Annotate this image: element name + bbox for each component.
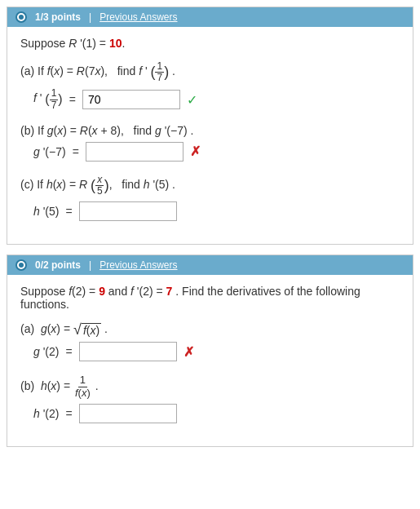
suppose-text-2: Suppose f(2) = 9 and f '(2) = 7 . Find t… [20, 285, 400, 311]
part-2a-label: (a) g(x) = √f(x) . [20, 322, 400, 337]
header-icon-2 [15, 259, 27, 271]
part-1c-answer-row: h '(5) = [33, 201, 400, 221]
eq-sign-1c: = [65, 205, 72, 218]
problem-2-body: Suppose f(2) = 9 and f '(2) = 7 . Find t… [7, 275, 413, 446]
part-1c: (c) If h(x) = R (x5), find h '(5) . h '(… [20, 175, 400, 221]
answer-input-2b[interactable] [79, 404, 177, 423]
problem-1-header: 1/3 points | Previous Answers [7, 7, 413, 27]
divider-1: | [89, 11, 91, 23]
part-1b-answer-row: g '(−7) = ✗ [33, 142, 400, 162]
part-1b-answer-label: g '(−7) [33, 145, 66, 158]
frac-1-7-label: 17 [50, 88, 59, 110]
cross-icon-1b: ✗ [190, 144, 201, 159]
prev-answers-link-1[interactable]: Previous Answers [99, 11, 177, 23]
part-2b: (b) h(x) = 1 f(x) . h '(2) = [20, 374, 400, 423]
part-1b-label: (b) If g(x) = R(x + 8), find g '(−7) . [20, 124, 400, 137]
eq-sign-1a: = [69, 93, 76, 106]
prev-answers-link-2[interactable]: Previous Answers [99, 259, 177, 271]
part-1a-answer-label: f ' (17) [33, 88, 63, 110]
problem-2-points: 0/2 points [35, 259, 81, 271]
eq-sign-1b: = [73, 145, 79, 158]
eq-sign-2b: = [65, 407, 72, 420]
problem-2-header: 0/2 points | Previous Answers [7, 255, 413, 275]
problem-2-block: 0/2 points | Previous Answers Suppose f(… [7, 254, 413, 447]
problem-1-body: Suppose R '(1) = 10. (a) If f(x) = R(7x)… [7, 27, 413, 244]
frac-x-5: x5 [95, 175, 104, 197]
part-1c-answer-label: h '(5) [33, 205, 59, 218]
problem-1-block: 1/3 points | Previous Answers Suppose R … [7, 7, 413, 245]
check-icon-1a: ✓ [187, 92, 197, 108]
part-2b-answer-label: h '(2) [33, 407, 59, 420]
suppose-value-2b: 7 [166, 285, 173, 298]
suppose-text-1: Suppose R '(1) = 10. [20, 37, 400, 50]
answer-input-1a[interactable] [82, 90, 180, 109]
suppose-value-2a: 9 [99, 285, 105, 298]
part-1a-label: (a) If f(x) = R(7x), find f ' (17) . [20, 61, 400, 83]
part-2a-answer-row: g '(2) = ✗ [33, 342, 400, 361]
suppose-value-1: 10 [109, 37, 122, 50]
part-1a: (a) If f(x) = R(7x), find f ' (17) . f '… [20, 61, 400, 111]
answer-input-1c[interactable] [79, 201, 177, 221]
sqrt-fx-wrapper: √f(x) [73, 322, 101, 337]
divider-2: | [89, 259, 91, 271]
answer-input-2a[interactable] [79, 342, 177, 361]
part-1b: (b) If g(x) = R(x + 8), find g '(−7) . g… [20, 124, 400, 162]
part-1c-label: (c) If h(x) = R (x5), find h '(5) . [20, 175, 400, 197]
part-2a-answer-label: g '(2) [33, 345, 59, 358]
part-2a: (a) g(x) = √f(x) . g '(2) = ✗ [20, 322, 400, 361]
frac-1-7: 17 [155, 61, 164, 83]
part-1a-answer-row: f ' (17) = ✓ [33, 88, 400, 110]
part-2b-label: (b) h(x) = 1 f(x) . [20, 374, 400, 399]
answer-input-1b[interactable] [86, 142, 183, 162]
cross-icon-2a: ✗ [183, 344, 194, 360]
header-icon-1 [15, 11, 27, 23]
frac-1-fx: 1 f(x) [73, 374, 92, 399]
part-2b-answer-row: h '(2) = [33, 404, 400, 423]
problem-1-points: 1/3 points [35, 11, 81, 23]
eq-sign-2a: = [65, 345, 72, 358]
